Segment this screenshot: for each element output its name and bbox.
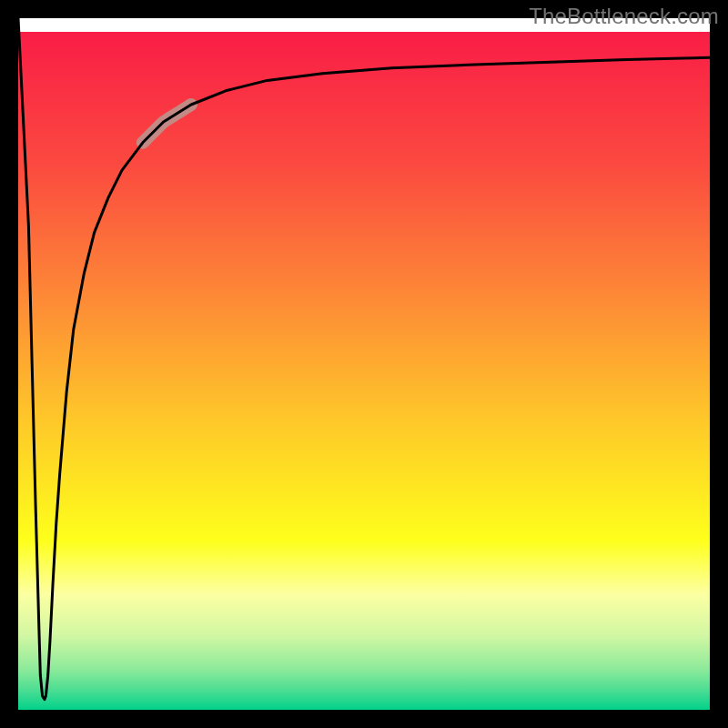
chart-gradient-background [18,32,710,710]
chart-container: TheBottleneck.com [0,0,728,728]
watermark-text: TheBottleneck.com [529,4,719,29]
chart-svg [0,0,728,728]
